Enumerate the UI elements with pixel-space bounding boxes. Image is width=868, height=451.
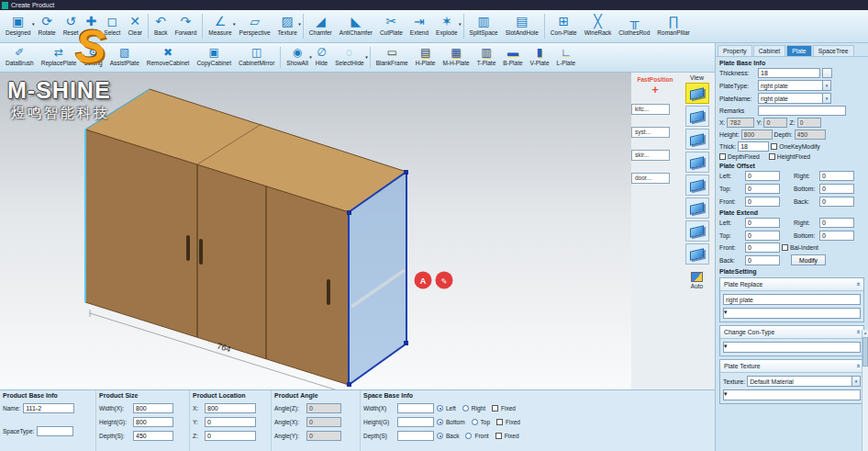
selection-handle[interactable] xyxy=(404,170,408,175)
forward-button[interactable]: ↷ ▾ Forward xyxy=(171,11,200,41)
x-input[interactable] xyxy=(727,118,754,128)
removecabinet-button[interactable]: ✖ ▾ RemoveCabinet xyxy=(143,44,194,71)
view-plate-icon-5[interactable] xyxy=(685,175,709,196)
field-input[interactable] xyxy=(819,171,854,181)
back-button[interactable]: ↶ ▾ Back xyxy=(150,11,171,41)
viewport-3d[interactable]: 764 A ✎ xyxy=(0,73,631,389)
heightfixed-checkbox[interactable] xyxy=(769,153,775,160)
field-input[interactable] xyxy=(205,431,256,441)
bal-indent-checkbox[interactable] xyxy=(782,244,788,251)
collapse-chevron-icon[interactable]: « xyxy=(853,364,862,367)
door-handle[interactable] xyxy=(327,279,330,305)
door-handle[interactable] xyxy=(186,235,190,261)
field-input[interactable] xyxy=(819,184,854,194)
option2-radio[interactable] xyxy=(465,433,472,439)
onekeymodify-checkbox[interactable] xyxy=(771,143,777,150)
chevron-down-icon[interactable]: ▾ xyxy=(724,309,727,315)
field-input[interactable] xyxy=(205,403,256,413)
setting-button[interactable]: ⚙ ▾ Setting xyxy=(80,44,106,71)
view-plate-icon-8[interactable] xyxy=(685,243,709,265)
t-plate-button[interactable]: ▥ ▾ T-Plate xyxy=(473,44,500,71)
replaceplate-button[interactable]: ⇄ ▾ ReplacePlate xyxy=(38,44,81,71)
texture-button[interactable]: ▨ ▾ Texture xyxy=(274,11,301,41)
collapse-chevron-icon[interactable]: « xyxy=(853,330,862,333)
reset-button[interactable]: ↺ ▾ Reset xyxy=(60,11,83,41)
chevron-down-icon[interactable]: ▾ xyxy=(724,343,727,349)
tab-cabinet[interactable]: Cabinet xyxy=(753,45,785,56)
extend-back-input[interactable] xyxy=(745,255,780,265)
platesetting-scrollbar[interactable]: ▴ xyxy=(862,330,868,451)
thick-input[interactable] xyxy=(738,141,769,152)
plate-replace-dropdown[interactable]: ▾ xyxy=(723,308,861,319)
change-contype-dropdown[interactable]: ▾ xyxy=(723,342,861,353)
option1-radio[interactable] xyxy=(437,419,443,425)
action-badge-auto[interactable]: A xyxy=(415,272,432,289)
extend-front-input[interactable] xyxy=(745,242,780,253)
winerack-button[interactable]: ╳ ▾ WineRack xyxy=(581,11,616,41)
plate-texture-header[interactable]: Plate Texture « xyxy=(720,360,863,373)
field-input[interactable] xyxy=(819,197,854,207)
texture-select[interactable]: Default Material ▾ xyxy=(747,376,861,387)
field-input[interactable] xyxy=(745,218,780,228)
chevron-down-icon[interactable]: ▾ xyxy=(724,390,727,397)
option1-radio[interactable] xyxy=(437,405,443,412)
space-row-input[interactable] xyxy=(397,431,434,441)
depthfixed-checkbox[interactable] xyxy=(719,153,726,160)
space-row-input[interactable] xyxy=(397,417,434,427)
rotate-button[interactable]: ⟳ ▾ Rotate xyxy=(34,11,59,41)
chevron-down-icon[interactable]: ▾ xyxy=(822,94,830,103)
field-input[interactable] xyxy=(205,417,256,427)
field-input[interactable] xyxy=(745,231,780,241)
clear-button[interactable]: ✕ ▾ Clear xyxy=(124,11,146,41)
selection-handle[interactable] xyxy=(404,341,408,345)
fastpos-door-button[interactable]: door... xyxy=(631,173,670,184)
fast-position-add-button[interactable]: + xyxy=(651,85,659,96)
chevron-down-icon[interactable]: ▾ xyxy=(851,377,860,386)
scrollbar-thumb[interactable] xyxy=(862,337,868,366)
databrush-button[interactable]: ✐ ▾ DataBrush xyxy=(2,44,38,71)
thickness-more-button[interactable] xyxy=(822,68,832,78)
remarks-input[interactable] xyxy=(758,106,846,116)
field-input[interactable] xyxy=(133,431,173,441)
field-input[interactable] xyxy=(306,431,341,441)
pan-button[interactable]: ✚ ▾ Pan xyxy=(83,11,101,41)
h-plate-button[interactable]: ▤ ▾ H-Plate xyxy=(412,44,440,71)
explode-button[interactable]: ✶ ▾ Explode xyxy=(432,11,462,41)
copycabinet-button[interactable]: ▣ ▾ CopyCabinet xyxy=(193,44,235,71)
dropdown-caret-icon[interactable]: ▾ xyxy=(365,54,368,60)
splitspace-button[interactable]: ▥ ▾ SplitSpace xyxy=(466,11,502,41)
z-input[interactable] xyxy=(797,118,821,128)
view-plate-icon-2[interactable] xyxy=(685,106,709,127)
fixed-checkbox[interactable] xyxy=(495,433,502,439)
platetype-select[interactable]: right plate ▾ xyxy=(758,80,831,91)
hide-button[interactable]: ∅ ▾ Hide xyxy=(312,44,331,71)
romanpillar-button[interactable]: ∏ ▾ RomanPillar xyxy=(653,11,693,41)
option2-radio[interactable] xyxy=(472,419,478,425)
cutplate-button[interactable]: ✂ ▾ CutPlate xyxy=(376,11,406,41)
plate-replace-header[interactable]: Plate Replace « xyxy=(720,278,863,291)
depth-input[interactable] xyxy=(795,130,826,140)
tab-spacetree[interactable]: SpaceTree xyxy=(813,45,854,56)
chevron-down-icon[interactable]: ▾ xyxy=(822,81,830,90)
fastpos-system-button[interactable]: syst... xyxy=(631,127,670,138)
cabinetmirror-button[interactable]: ◫ ▾ CabinetMirror xyxy=(235,44,278,71)
product-name-input[interactable] xyxy=(23,403,74,413)
field-input[interactable] xyxy=(819,218,854,228)
space-row-input[interactable] xyxy=(397,403,434,413)
field-input[interactable] xyxy=(745,197,780,207)
view-plate-icon-6[interactable] xyxy=(685,197,709,219)
field-input[interactable] xyxy=(745,184,780,194)
select-button[interactable]: ◻ ▾ Select xyxy=(100,11,124,41)
v-plate-button[interactable]: ▮ ▾ V-Plate xyxy=(527,44,553,71)
perspective-button[interactable]: ▱ ▾ Perspective xyxy=(236,11,274,41)
field-input[interactable] xyxy=(306,403,341,413)
extend-button[interactable]: ⇥ ▾ Extend xyxy=(406,11,432,41)
m-h-plate-button[interactable]: ▦ ▾ M-H-Plate xyxy=(439,44,473,71)
fixed-checkbox[interactable] xyxy=(492,405,498,412)
action-badge-edit[interactable]: ✎ xyxy=(436,272,453,289)
plate-replace-select[interactable]: right plate xyxy=(723,294,861,305)
designed-button[interactable]: ▣ ▾ Designed xyxy=(2,11,34,41)
fastpos-skirting-button[interactable]: skir... xyxy=(631,150,670,161)
chamfer-button[interactable]: ◢ ▾ Chamfer xyxy=(306,11,336,41)
texture-secondary-dropdown[interactable]: ▾ xyxy=(723,389,861,400)
